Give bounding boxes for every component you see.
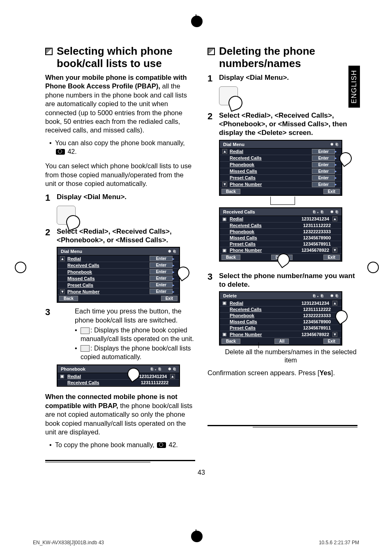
registration-mark-top xyxy=(191,16,201,26)
registration-mark-left xyxy=(15,262,25,272)
heading-text: Selecting which phone book/call lists to… xyxy=(57,45,195,70)
left-column: Selecting which phone book/call lists to… xyxy=(45,45,195,462)
screen-dial-menu-right: Dial Menu✱ ⎗ ▲RedialEnter▸ Received Call… xyxy=(219,140,342,196)
step-1: 1 Display <Dial Menu>. xyxy=(45,193,195,203)
select-paragraph: You can select which phone book/call lis… xyxy=(45,162,195,188)
registration-mark-right xyxy=(367,262,377,272)
screen-received-calls: Received Calls⎘ ▸ ⎘ ✱ ⎗ ▣Redial123123412… xyxy=(219,207,342,262)
list-mode-icon-b xyxy=(81,345,90,352)
step-3-right: 3 Select the phone number/name you want … xyxy=(208,272,357,289)
page-ref-icon xyxy=(56,149,65,155)
print-timestamp: 10.5.6 2:21:37 PM xyxy=(319,540,359,545)
step-2: 2 Select <Redial>, <Received Calls>, <Ph… xyxy=(45,227,195,245)
step-2: 2 Select <Redial>, <Received Calls>, <Ph… xyxy=(208,111,357,137)
touch-icon xyxy=(219,86,238,105)
bullet-copy-manual-2: • To copy the phone book manually, 42. xyxy=(49,441,195,450)
confirmation-text: Confirmation screen appears. Press [Yes]… xyxy=(208,369,357,377)
section-heading-deleting: Deleting the phone numbers/names xyxy=(208,45,357,70)
section-heading-selecting: Selecting which phone book/call lists to… xyxy=(45,45,195,70)
step-3: 3 Each time you press the button, the ph… xyxy=(45,307,195,362)
section-bullet-icon xyxy=(208,48,215,55)
print-file: EN_KW-AVX838[J]001B.indb 43 xyxy=(33,540,104,545)
screen-phonebook: Phonebook⎘ ▸ ⎘ ✱ ⎗ ▣Redial12312341234▲ R… xyxy=(57,364,180,387)
list-mode-icon-a xyxy=(81,327,90,334)
step-1: 1 Display <Dial Menu>. xyxy=(208,73,357,84)
note-delete-all: Delete all the numbers/names in the sele… xyxy=(224,348,357,364)
footer-rule xyxy=(208,425,357,427)
page-ref-icon xyxy=(157,442,166,448)
footer-rule xyxy=(45,460,195,462)
touch-icon xyxy=(57,206,76,225)
heading-text: Deleting the phone numbers/names xyxy=(219,45,357,70)
screen-delete: Delete⎘ ▸ ⎘ ✱ ⎗ ▣Redial12312341234▲ Rece… xyxy=(219,291,342,346)
page-number: 43 xyxy=(45,469,357,476)
bullet-copy-manual: • You can also copy the phone book manua… xyxy=(49,139,195,156)
section-bullet-icon xyxy=(45,48,53,55)
intro-paragraph: When your mobile phone is compatible wit… xyxy=(45,73,195,135)
print-footer: EN_KW-AVX838[J]001B.indb 43 10.5.6 2:21:… xyxy=(33,540,359,545)
registration-mark-bottom xyxy=(191,531,201,541)
connector-line xyxy=(270,197,295,205)
language-tab: ENGLISH xyxy=(348,66,360,108)
screen-dial-menu: Dial Menu✱ ⎗ ▲RedialEnter▸ Received Call… xyxy=(57,247,180,303)
right-column: Deleting the phone numbers/names 1 Displ… xyxy=(208,45,357,462)
note-pbap: When the connected mobile phone is not c… xyxy=(45,392,195,436)
